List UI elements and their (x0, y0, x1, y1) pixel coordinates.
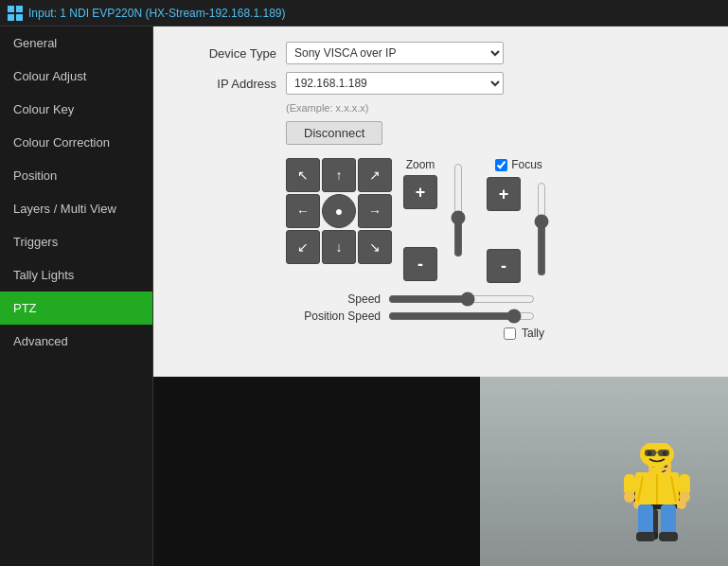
dpad-sw-button[interactable]: ↙ (286, 230, 320, 264)
focus-checkbox[interactable] (495, 159, 507, 171)
dpad-se-button[interactable]: ↘ (358, 230, 392, 264)
focus-label: Focus (511, 158, 542, 171)
svg-point-32 (624, 491, 635, 503)
svg-rect-22 (645, 450, 656, 456)
sidebar: General Colour Adjust Colour Key Colour … (0, 27, 153, 566)
position-speed-row: Position Speed (286, 310, 700, 323)
svg-rect-37 (659, 532, 678, 541)
svg-rect-0 (8, 6, 14, 12)
zoom-in-button[interactable]: + (403, 175, 437, 209)
zoom-section: Zoom + - (403, 158, 437, 281)
svg-rect-3 (16, 14, 23, 21)
dpad-center-button[interactable]: ● (322, 194, 356, 228)
focus-controls: + - (487, 177, 551, 283)
dpad-n-button[interactable]: ↑ (322, 158, 356, 192)
svg-rect-23 (658, 450, 669, 456)
svg-point-33 (679, 491, 690, 503)
dpad-ne-button[interactable]: ↗ (358, 158, 392, 192)
zoom-slider[interactable] (449, 163, 468, 257)
preview-black (153, 377, 480, 566)
position-speed-label: Position Speed (286, 310, 381, 323)
svg-rect-25 (652, 468, 662, 472)
focus-header: Focus (495, 158, 542, 171)
disconnect-button[interactable]: Disconnect (286, 121, 382, 145)
focus-slider-container (532, 177, 551, 281)
top-panel: Device Type Sony VISCA over IP IP Addres… (153, 27, 728, 377)
position-speed-slider[interactable] (388, 310, 535, 323)
dpad-s-button[interactable]: ↓ (322, 230, 356, 264)
speed-section: Speed Position Speed (286, 292, 700, 323)
sidebar-item-colour-adjust[interactable]: Colour Adjust (0, 60, 152, 93)
sidebar-item-tally-lights[interactable]: Tally Lights (0, 258, 152, 292)
zoom-out-button[interactable]: - (403, 247, 437, 281)
device-type-label: Device Type (182, 46, 276, 61)
svg-rect-35 (661, 504, 676, 537)
focus-out-button[interactable]: - (487, 249, 521, 283)
speed-row: Speed (286, 292, 700, 306)
device-type-row: Device Type Sony VISCA over IP (182, 42, 700, 64)
speed-label: Speed (286, 292, 381, 306)
device-type-select[interactable]: Sony VISCA over IP (286, 42, 504, 64)
titlebar: Input: 1 NDI EVP220N (HX-Stream-192.168.… (0, 0, 728, 27)
bottom-panel (153, 377, 728, 566)
tally-row: Tally (504, 327, 700, 340)
svg-rect-36 (636, 532, 655, 541)
zoom-buttons: + - (403, 175, 437, 281)
svg-rect-34 (638, 504, 653, 537)
svg-rect-1 (16, 6, 23, 12)
ptz-controls: ↖ ↑ ↗ ← ● → ↙ ↓ ↘ Zoom + - (286, 158, 700, 283)
zoom-slider-container (449, 158, 468, 262)
ip-address-label: IP Address (182, 77, 276, 91)
dpad-e-button[interactable]: → (358, 194, 392, 228)
title-text: Input: 1 NDI EVP220N (HX-Stream-192.168.… (28, 7, 285, 20)
sidebar-item-position[interactable]: Position (0, 159, 152, 192)
tally-checkbox[interactable] (504, 327, 516, 340)
preview-image (480, 377, 728, 566)
main-content: Device Type Sony VISCA over IP IP Addres… (153, 27, 728, 566)
sidebar-item-colour-key[interactable]: Colour Key (0, 93, 152, 126)
sidebar-item-colour-correction[interactable]: Colour Correction (0, 126, 152, 159)
focus-section: Focus + - (487, 158, 551, 283)
ip-address-select[interactable]: 192.168.1.189 (286, 72, 504, 95)
zoom-label: Zoom (406, 158, 435, 171)
sidebar-item-ptz[interactable]: PTZ (0, 292, 152, 325)
sidebar-item-layers-multi-view[interactable]: Layers / Multi View (0, 192, 152, 225)
sidebar-item-advanced[interactable]: Advanced (0, 325, 152, 358)
sidebar-item-triggers[interactable]: Triggers (0, 225, 152, 258)
speed-slider[interactable] (388, 292, 535, 306)
ip-address-row: IP Address 192.168.1.189 (182, 72, 700, 95)
app-icon (8, 6, 23, 21)
sidebar-item-general[interactable]: General (0, 27, 152, 60)
dpad-nw-button[interactable]: ↖ (286, 158, 320, 192)
focus-in-button[interactable]: + (487, 177, 521, 211)
tally-label: Tally (522, 327, 544, 340)
dpad: ↖ ↑ ↗ ← ● → ↙ ↓ ↘ (286, 158, 392, 264)
focus-slider[interactable] (532, 182, 551, 276)
focus-buttons: + - (487, 177, 521, 283)
svg-rect-2 (8, 14, 14, 21)
ip-hint: (Example: x.x.x.x) (286, 102, 700, 114)
dpad-w-button[interactable]: ← (286, 194, 320, 228)
lego-figure-2 (624, 443, 690, 557)
